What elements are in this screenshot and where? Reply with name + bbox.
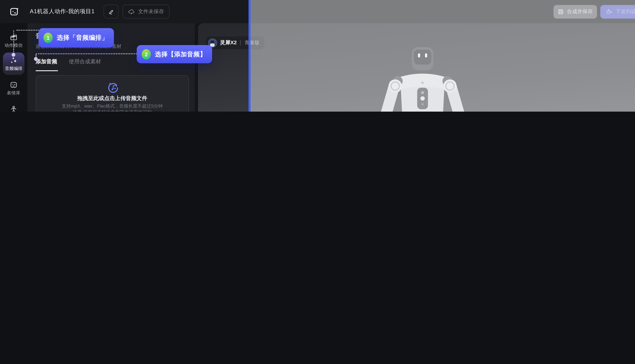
tutorial-step-2: 2 选择【添加音频】 [137, 45, 212, 63]
sidebar-item-motion-lib[interactable]: 动作库 [0, 105, 27, 112]
step-2-text: 选择【添加音频】 [155, 50, 206, 58]
connector-dot-step1 [12, 53, 15, 56]
robot-name: 灵犀X2 [220, 39, 237, 46]
app-logo-icon [9, 6, 20, 17]
connector-dot-step2 [34, 57, 38, 61]
tutorial-step-1: 1 选择「音频编排」 [39, 28, 114, 48]
file-unsaved-button[interactable]: 文件未保存 [123, 4, 169, 19]
sidebar-item-expression-lib[interactable]: 表情库 [0, 81, 27, 96]
tab-add-audio[interactable]: 添加音频 [36, 58, 57, 66]
person-icon [10, 105, 18, 112]
tab-use-synth-material[interactable]: 使用合成素材 [69, 58, 101, 66]
dim-overlay-right [249, 0, 635, 112]
connector-step1-vertical [13, 30, 14, 53]
upload-main-text: 拖拽至此或点击上传音频文件 [36, 95, 188, 102]
robot-face-icon [10, 81, 18, 89]
audio-upload-dropzone[interactable]: 拖拽至此或点击上传音频文件 支持mp3、wav、Flac格式，音频长度不超过5分… [36, 75, 189, 112]
rename-project-button[interactable] [104, 4, 118, 19]
app-window: A1机器人动作-我的项目1 文件未保存 合成并保存 [0, 0, 635, 112]
project-title: A1机器人动作-我的项目1 [30, 0, 95, 23]
active-tab-underline [36, 70, 58, 71]
connector-step1 [17, 30, 39, 31]
upload-music-icon [106, 81, 119, 94]
step-2-badge: 2 [142, 49, 151, 59]
sparkles-icon [9, 56, 18, 65]
file-unsaved-label: 文件未保存 [138, 8, 164, 15]
chip-divider [241, 40, 241, 46]
upload-hint-formats: 支持mp3、wav、Flac格式，音频长度不超过5分钟 [36, 103, 188, 109]
upload-hint-language: 注意:目前仅支持中文和英文语言的识别 [36, 109, 188, 112]
step-1-badge: 1 [44, 33, 53, 43]
cloud-unsaved-icon [128, 8, 135, 15]
connector-step2 [36, 54, 137, 54]
sidebar-label: 表情库 [7, 90, 21, 96]
step-1-text: 选择「音频编排」 [57, 34, 108, 42]
sidebar-label-active: 音频编排 [5, 66, 22, 72]
